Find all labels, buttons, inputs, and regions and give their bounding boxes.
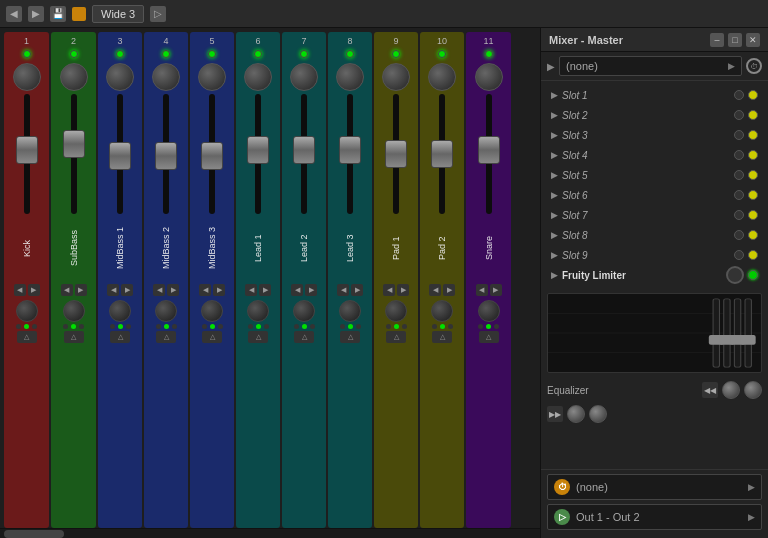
- ch-pan-knob[interactable]: [475, 63, 503, 91]
- slot-5-row[interactable]: ▶ Slot 5: [547, 165, 762, 185]
- slot-5-led2: [748, 170, 758, 180]
- fruity-limiter-row[interactable]: ▶ Fruity Limiter: [547, 265, 762, 285]
- ch-pan-knob[interactable]: [244, 63, 272, 91]
- ch-fader-handle[interactable]: [478, 136, 500, 164]
- none-dropdown[interactable]: ⏱ (none) ▶: [547, 474, 762, 500]
- eq-knob-1[interactable]: [722, 381, 740, 399]
- ch-fader-handle[interactable]: [339, 136, 361, 164]
- minimize-button[interactable]: –: [710, 33, 724, 47]
- ch-pan-knob[interactable]: [106, 63, 134, 91]
- ch-arrow-right[interactable]: ▶: [351, 284, 363, 296]
- ch-small-knob[interactable]: [63, 300, 85, 322]
- eq-knob-2[interactable]: [744, 381, 762, 399]
- color-icon[interactable]: [72, 7, 86, 21]
- ch-arrow-left[interactable]: ◀: [383, 284, 395, 296]
- ch-fader-handle[interactable]: [385, 140, 407, 168]
- maximize-button[interactable]: □: [728, 33, 742, 47]
- ch-solo-btn[interactable]: △: [110, 331, 130, 343]
- eq-knob-3[interactable]: [567, 405, 585, 423]
- preset-label[interactable]: Wide 3: [92, 5, 144, 23]
- slot-3-row[interactable]: ▶ Slot 3: [547, 125, 762, 145]
- ch-arrow-right[interactable]: ▶: [213, 284, 225, 296]
- ch-pan-knob[interactable]: [198, 63, 226, 91]
- ch-small-knob[interactable]: [385, 300, 407, 322]
- ch-small-knob[interactable]: [478, 300, 500, 322]
- ch-arrow-right[interactable]: ▶: [75, 284, 87, 296]
- ch-arrow-right[interactable]: ▶: [305, 284, 317, 296]
- ch-solo-btn[interactable]: △: [64, 331, 84, 343]
- eq-next-btn[interactable]: ▶▶: [547, 406, 563, 422]
- channel-nav-left[interactable]: ▶: [547, 61, 555, 72]
- eq-prev-btn[interactable]: ◀◀: [702, 382, 718, 398]
- ch-arrow-left[interactable]: ◀: [14, 284, 26, 296]
- ch-pan-knob[interactable]: [13, 63, 41, 91]
- ch-fader-handle[interactable]: [293, 136, 315, 164]
- expand-icon[interactable]: ▷: [150, 6, 166, 22]
- ch-arrow-left[interactable]: ◀: [61, 284, 73, 296]
- ch-pan-knob[interactable]: [60, 63, 88, 91]
- ch-small-knob[interactable]: [339, 300, 361, 322]
- ch-small-knob[interactable]: [201, 300, 223, 322]
- ch-small-knob[interactable]: [109, 300, 131, 322]
- ch-arrow-right[interactable]: ▶: [259, 284, 271, 296]
- ch-arrow-right[interactable]: ▶: [490, 284, 502, 296]
- ch-fader-handle[interactable]: [247, 136, 269, 164]
- ch-fader-handle[interactable]: [155, 142, 177, 170]
- ch-pan-knob[interactable]: [382, 63, 410, 91]
- ch-small-knob[interactable]: [16, 300, 38, 322]
- fruity-limiter-label: Fruity Limiter: [562, 270, 722, 281]
- scroll-thumb[interactable]: [4, 530, 64, 538]
- slot-6-row[interactable]: ▶ Slot 6: [547, 185, 762, 205]
- slot-4-row[interactable]: ▶ Slot 4: [547, 145, 762, 165]
- ch-arrow-left[interactable]: ◀: [245, 284, 257, 296]
- ch-arrow-left[interactable]: ◀: [337, 284, 349, 296]
- ch-small-knob[interactable]: [293, 300, 315, 322]
- ch-solo-btn[interactable]: △: [340, 331, 360, 343]
- top-channel-dropdown[interactable]: (none) ▶: [559, 56, 742, 76]
- ch-pan-knob[interactable]: [152, 63, 180, 91]
- ch-pan-knob[interactable]: [336, 63, 364, 91]
- ch-arrow-left[interactable]: ◀: [107, 284, 119, 296]
- ch-solo-btn[interactable]: △: [294, 331, 314, 343]
- slot-2-row[interactable]: ▶ Slot 2: [547, 105, 762, 125]
- ch-solo-btn[interactable]: △: [479, 331, 499, 343]
- ch-solo-btn[interactable]: △: [202, 331, 222, 343]
- ch-small-knob[interactable]: [155, 300, 177, 322]
- ch-pan-knob[interactable]: [428, 63, 456, 91]
- ch-solo-btn[interactable]: △: [432, 331, 452, 343]
- ch-solo-btn[interactable]: △: [17, 331, 37, 343]
- ch-solo-btn[interactable]: △: [386, 331, 406, 343]
- ch-arrow-left[interactable]: ◀: [153, 284, 165, 296]
- ch-arrow-left[interactable]: ◀: [476, 284, 488, 296]
- ch-arrow-left[interactable]: ◀: [429, 284, 441, 296]
- arrow-left-icon[interactable]: ◀: [6, 6, 22, 22]
- slot-9-row[interactable]: ▶ Slot 9: [547, 245, 762, 265]
- ch-arrow-right[interactable]: ▶: [443, 284, 455, 296]
- ch-fader-handle[interactable]: [431, 140, 453, 168]
- ch-arrow-left[interactable]: ◀: [291, 284, 303, 296]
- save-icon[interactable]: 💾: [50, 6, 66, 22]
- eq-knob-4[interactable]: [589, 405, 607, 423]
- slot-8-row[interactable]: ▶ Slot 8: [547, 225, 762, 245]
- close-button[interactable]: ✕: [746, 33, 760, 47]
- ch-small-knob[interactable]: [431, 300, 453, 322]
- ch-arrow-right[interactable]: ▶: [397, 284, 409, 296]
- ch-fader-handle[interactable]: [63, 130, 85, 158]
- ch-solo-btn[interactable]: △: [248, 331, 268, 343]
- ch-small-knob[interactable]: [247, 300, 269, 322]
- mixer-scrollbar[interactable]: [0, 528, 540, 538]
- ch-fader-handle[interactable]: [16, 136, 38, 164]
- clock-icon[interactable]: ⏱: [746, 58, 762, 74]
- arrow-right-icon[interactable]: ▶: [28, 6, 44, 22]
- ch-arrow-right[interactable]: ▶: [28, 284, 40, 296]
- ch-arrow-right[interactable]: ▶: [167, 284, 179, 296]
- ch-fader-handle[interactable]: [109, 142, 131, 170]
- out-dropdown[interactable]: ▷ Out 1 - Out 2 ▶: [547, 504, 762, 530]
- slot-7-row[interactable]: ▶ Slot 7: [547, 205, 762, 225]
- slot-1-row[interactable]: ▶ Slot 1: [547, 85, 762, 105]
- ch-arrow-right[interactable]: ▶: [121, 284, 133, 296]
- ch-fader-handle[interactable]: [201, 142, 223, 170]
- ch-solo-btn[interactable]: △: [156, 331, 176, 343]
- ch-arrow-left[interactable]: ◀: [199, 284, 211, 296]
- ch-pan-knob[interactable]: [290, 63, 318, 91]
